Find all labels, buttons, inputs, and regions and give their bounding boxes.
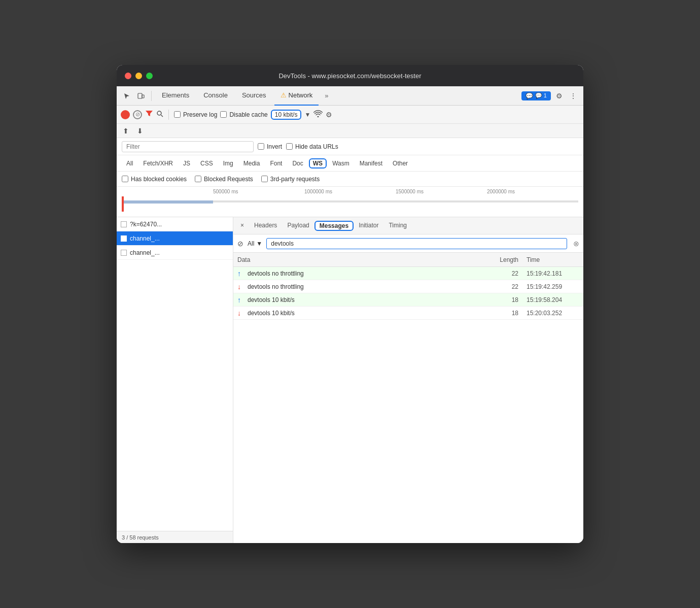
msg-data-1: devtools no throttling xyxy=(248,270,483,277)
request-checkbox-2[interactable] xyxy=(121,235,127,242)
tab-payload[interactable]: Payload xyxy=(282,217,314,234)
filter-icon[interactable] xyxy=(145,110,153,119)
msg-time-3: 15:19:58.204 xyxy=(518,296,579,303)
filter-doc[interactable]: Doc xyxy=(288,158,307,168)
message-row-2[interactable]: ↓ devtools no throttling 22 15:19:42.259 xyxy=(233,280,583,293)
request-item-1[interactable]: ?k=62470... xyxy=(117,217,233,231)
wifi-icon[interactable] xyxy=(313,110,323,119)
disable-cache-input[interactable] xyxy=(220,111,227,118)
timeline-bar[interactable] xyxy=(122,196,578,212)
filter-img[interactable]: Img xyxy=(219,158,238,168)
right-panel: × Headers Payload Messages Initiator Tim… xyxy=(233,217,583,543)
timeline-label-3: 1000000 ms xyxy=(304,189,396,194)
message-search-input[interactable] xyxy=(266,238,567,249)
hide-data-urls-checkbox[interactable]: Hide data URLs xyxy=(286,143,338,150)
clear-button[interactable]: ⊘ xyxy=(133,110,142,119)
tab-more[interactable]: » xyxy=(321,92,332,99)
message-filter-bar: ⊘ All ▼ ⊗ xyxy=(233,234,583,253)
tab-elements[interactable]: Elements xyxy=(156,86,195,106)
network-toolbar: ⊘ Preserve log Disable cache xyxy=(117,106,583,124)
hide-data-urls-input[interactable] xyxy=(286,143,293,150)
tab-headers[interactable]: Headers xyxy=(249,217,282,234)
tab-network[interactable]: ⚠ Network xyxy=(274,86,319,106)
blocked-requests-checkbox[interactable]: Blocked Requests xyxy=(195,176,253,183)
console-badge[interactable]: 💬 💬 1 xyxy=(521,91,551,100)
request-name-1: ?k=62470... xyxy=(130,221,162,228)
arrow-up-icon-3: ↑ xyxy=(237,296,248,304)
filter-js[interactable]: JS xyxy=(179,158,195,168)
all-filter-dropdown[interactable]: All ▼ xyxy=(248,240,262,247)
search-icon[interactable] xyxy=(156,110,163,119)
content-area: ?k=62470... channel_... channel_... 3 / … xyxy=(117,217,583,543)
download-icon[interactable]: ⬇ xyxy=(137,127,143,135)
blocked-cookies-checkbox[interactable]: Has blocked cookies xyxy=(122,176,187,183)
message-row-4[interactable]: ↓ devtools 10 kbit/s 18 15:20:03.252 xyxy=(233,307,583,320)
filter-fetchxhr[interactable]: Fetch/XHR xyxy=(138,158,178,168)
msg-data-4: devtools 10 kbit/s xyxy=(248,310,483,317)
tab-messages[interactable]: Messages xyxy=(314,221,354,231)
svg-point-2 xyxy=(157,111,161,115)
device-icon[interactable] xyxy=(135,90,147,102)
msg-length-3: 18 xyxy=(483,296,518,303)
tab-sources[interactable]: Sources xyxy=(236,86,272,106)
maximize-button[interactable] xyxy=(146,73,153,79)
msg-length-2: 22 xyxy=(483,283,518,290)
messages-header: Data Length Time xyxy=(233,253,583,267)
preserve-log-input[interactable] xyxy=(174,111,181,118)
network-gear-icon[interactable]: ⚙ xyxy=(326,111,332,119)
settings-icon[interactable]: ⚙ xyxy=(553,90,565,102)
msg-time-2: 15:19:42.259 xyxy=(518,283,579,290)
throttle-dropdown-arrow[interactable]: ▼ xyxy=(304,111,310,118)
message-row-3[interactable]: ↑ devtools 10 kbit/s 18 15:19:58.204 xyxy=(233,293,583,307)
filter-bar: Invert Hide data URLs xyxy=(117,138,583,155)
timeline-labels: 500000 ms 1000000 ms 1500000 ms 2000000 … xyxy=(117,187,583,194)
filter-wasm[interactable]: Wasm xyxy=(328,158,354,168)
third-party-input[interactable] xyxy=(261,176,268,182)
filter-media[interactable]: Media xyxy=(239,158,265,168)
arrow-up-icon-1: ↑ xyxy=(237,269,248,278)
devtools-body: Elements Console Sources ⚠ Network » 💬 💬… xyxy=(117,86,583,543)
filter-font[interactable]: Font xyxy=(265,158,287,168)
titlebar: DevTools - www.piesocket.com/websocket-t… xyxy=(117,65,583,86)
timeline-label-4: 1500000 ms xyxy=(396,189,487,194)
request-list: ?k=62470... channel_... channel_... xyxy=(117,217,233,531)
chat-icon: 💬 xyxy=(526,92,533,99)
block-icon[interactable]: ⊘ xyxy=(237,240,243,248)
more-icon[interactable]: ⋮ xyxy=(567,90,579,102)
invert-checkbox[interactable]: Invert xyxy=(258,143,282,150)
filter-css[interactable]: CSS xyxy=(196,158,218,168)
throttle-select[interactable]: 10 kbit/s xyxy=(271,110,302,120)
third-party-checkbox[interactable]: 3rd-party requests xyxy=(261,176,320,183)
request-item-3[interactable]: channel_... xyxy=(117,246,233,260)
request-checkbox-1[interactable] xyxy=(121,221,127,227)
filter-manifest[interactable]: Manifest xyxy=(355,158,387,168)
clear-search-icon[interactable]: ⊗ xyxy=(573,240,579,248)
tab-console[interactable]: Console xyxy=(197,86,234,106)
request-checkbox-3[interactable] xyxy=(121,250,127,256)
close-button[interactable] xyxy=(125,73,131,79)
filter-input[interactable] xyxy=(122,141,254,152)
request-item-2[interactable]: channel_... xyxy=(117,231,233,246)
tab-close[interactable]: × xyxy=(235,217,249,234)
filter-ws[interactable]: WS xyxy=(309,158,327,168)
blocked-cookies-input[interactable] xyxy=(122,176,128,182)
filter-all[interactable]: All xyxy=(122,158,137,168)
col-data-header: Data xyxy=(237,256,483,263)
disable-cache-checkbox[interactable]: Disable cache xyxy=(220,111,267,118)
upload-icon[interactable]: ⬆ xyxy=(123,127,129,135)
minimize-button[interactable] xyxy=(135,73,142,79)
preserve-log-checkbox[interactable]: Preserve log xyxy=(174,111,217,118)
arrow-down-icon-4: ↓ xyxy=(237,309,248,317)
msg-time-1: 15:19:42.181 xyxy=(518,270,579,277)
tab-initiator[interactable]: Initiator xyxy=(354,217,383,234)
invert-input[interactable] xyxy=(258,143,264,150)
filter-other[interactable]: Other xyxy=(388,158,412,168)
request-name-2: channel_... xyxy=(130,235,160,242)
blocked-requests-input[interactable] xyxy=(195,176,201,182)
message-row-1[interactable]: ↑ devtools no throttling 22 15:19:42.181 xyxy=(233,267,583,280)
toolbar-divider2 xyxy=(168,110,169,120)
tab-timing[interactable]: Timing xyxy=(383,217,412,234)
cursor-icon[interactable] xyxy=(121,90,133,102)
request-name-3: channel_... xyxy=(130,249,160,256)
record-button[interactable] xyxy=(121,110,130,119)
